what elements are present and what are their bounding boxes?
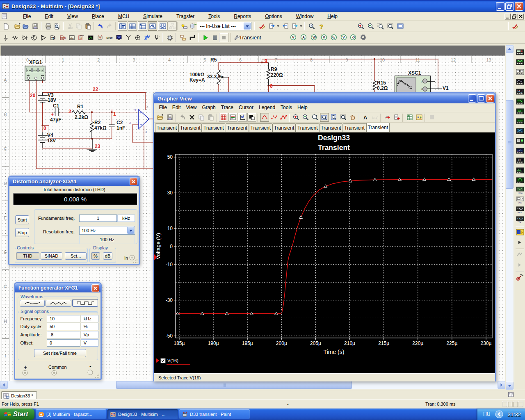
cut-button[interactable]: [65, 21, 75, 31]
paste-button[interactable]: [83, 21, 93, 31]
postprocessor-button[interactable]: [158, 21, 167, 31]
window-split-icon[interactable]: [508, 392, 514, 399]
menu-view[interactable]: View: [60, 13, 85, 20]
xfg-title-bar[interactable]: Function generator-XFG1: [15, 283, 100, 292]
menu-simulate[interactable]: Simulate: [136, 13, 169, 20]
restore-button[interactable]: [505, 2, 514, 11]
grapher-menu-edit[interactable]: Edit: [169, 104, 183, 112]
grapher-maximize-button[interactable]: [477, 94, 485, 103]
xfg-sine-button[interactable]: [20, 300, 45, 307]
grapher-paste-button[interactable]: [206, 113, 215, 122]
logic-analyzer-button[interactable]: [516, 127, 524, 135]
grapher-tab-7[interactable]: Transient: [296, 123, 319, 132]
probe-w-button[interactable]: W: [309, 33, 318, 42]
grapher-export-data-button[interactable]: [393, 113, 402, 122]
scroll-left-button[interactable]: [0, 381, 8, 389]
grapher-menu-trace[interactable]: Trace: [218, 104, 236, 112]
xda-sinad-button[interactable]: SINAD: [41, 252, 62, 260]
grapher-save-button[interactable]: [165, 113, 174, 122]
zoom-out-button[interactable]: [366, 21, 375, 31]
indicator-button[interactable]: [86, 33, 95, 42]
xda-set-button[interactable]: Set...: [65, 252, 87, 260]
rf-button[interactable]: [123, 33, 133, 42]
xfg-row-input[interactable]: 50: [47, 323, 80, 330]
xfg-common-terminal[interactable]: [51, 370, 57, 376]
xda-fundamental-input[interactable]: 1: [79, 215, 117, 222]
four-channel-oscilloscope-button[interactable]: [516, 88, 524, 96]
zoom-fit-button[interactable]: [386, 21, 395, 31]
xfg-minus-terminal[interactable]: [87, 370, 94, 376]
source-button[interactable]: [1, 33, 10, 42]
probe-vminus-button[interactable]: -V: [339, 33, 348, 42]
grapher-overlay-traces-button[interactable]: [383, 113, 392, 122]
vertical-scrollbar[interactable]: [506, 45, 514, 390]
grapher-trace-line-button[interactable]: [260, 113, 269, 122]
misc-digital-button[interactable]: dig: [67, 33, 76, 42]
current-probe-button[interactable]: [516, 274, 524, 282]
agilent-oscilloscope-button[interactable]: *AG: [516, 206, 524, 214]
grapher-menu-legend[interactable]: Legend: [256, 104, 278, 112]
menu-reports[interactable]: Reports: [227, 13, 258, 20]
menu-mcu[interactable]: MCU: [111, 13, 136, 20]
zoom-in-button[interactable]: [356, 21, 365, 31]
grapher-open-file-button[interactable]: [156, 113, 165, 122]
find-button[interactable]: ?: [307, 21, 316, 31]
multimeter-button[interactable]: [516, 48, 524, 57]
save-button[interactable]: [30, 21, 40, 31]
grapher-menu-graph[interactable]: Graph: [199, 104, 218, 112]
mcu-button[interactable]: [165, 33, 174, 42]
vscroll-thumb[interactable]: [506, 100, 514, 189]
grapher-tab-4[interactable]: Transient: [226, 123, 249, 132]
undo-button[interactable]: [95, 21, 105, 31]
menu-options[interactable]: Options: [258, 13, 289, 20]
grapher-legend-toggle-button[interactable]: [228, 113, 237, 122]
spectrum-analyzer-button[interactable]: [516, 167, 524, 175]
xda-title-bar[interactable]: Distortion analyzer-XDA1: [9, 177, 139, 186]
xda-db-button[interactable]: dB: [103, 252, 112, 260]
sheet-tab-design33[interactable]: Design33 *: [1, 391, 37, 399]
connector-button[interactable]: [152, 33, 161, 42]
grapher-delete-button[interactable]: [187, 113, 196, 122]
grapher-title-bar[interactable]: Grapher View: [154, 94, 495, 103]
function-generator-button[interactable]: [516, 58, 524, 66]
erc-check2-button[interactable]: [510, 21, 520, 31]
xfg-close-button[interactable]: [91, 284, 99, 292]
cmos-button[interactable]: CMOS: [57, 33, 67, 42]
agilent-multimeter-button[interactable]: :AG: [516, 196, 524, 204]
grapher-zoom-y-button[interactable]: [329, 113, 338, 122]
taskbar-task-2[interactable]: Design33 - Multisim - ...: [107, 409, 178, 419]
play-button[interactable]: [201, 33, 210, 42]
design-toolbox-button[interactable]: [118, 21, 127, 31]
grapher-zoom-in-button[interactable]: [292, 113, 301, 122]
probe-v-button[interactable]: V: [288, 33, 298, 42]
grapher-grid-button[interactable]: [219, 113, 228, 122]
scroll-right-button[interactable]: [498, 381, 505, 389]
xda-close-button[interactable]: [130, 178, 137, 185]
xda-stop-button[interactable]: Stop: [15, 228, 29, 237]
bus-button[interactable]: [187, 33, 197, 42]
probe-vplus-button[interactable]: +V: [319, 33, 329, 42]
iv-analyzer-button[interactable]: [516, 147, 524, 155]
hide-icons-chevron[interactable]: [495, 410, 503, 418]
grapher-excel-export-button[interactable]: [405, 113, 414, 122]
wattmeter-button[interactable]: [516, 68, 524, 76]
grapher-snapshot-button[interactable]: [427, 113, 436, 122]
new-document-button[interactable]: [1, 21, 11, 31]
grapher-view-button[interactable]: [148, 21, 157, 31]
xfg-row-input[interactable]: 0: [47, 339, 80, 347]
probe-settings-button[interactable]: [358, 33, 368, 42]
horizontal-scrollbar[interactable]: [0, 381, 505, 389]
mdi-close-button[interactable]: [518, 14, 524, 19]
hier-block-button[interactable]: [178, 33, 187, 42]
scroll-down-button[interactable]: [506, 382, 514, 390]
grapher-tab-9[interactable]: Transient: [343, 123, 366, 132]
dropdown-arrow-icon[interactable]: [300, 25, 302, 28]
mixed-button[interactable]: d: [76, 33, 86, 42]
mdi-restore-button[interactable]: [511, 14, 517, 19]
grapher-minimize-button[interactable]: [468, 94, 476, 103]
basic-button[interactable]: [10, 33, 20, 42]
grapher-trace-dots-button[interactable]: [269, 113, 278, 122]
grapher-zoom-restore-button[interactable]: [310, 113, 320, 122]
grapher-axes-properties-button[interactable]: [238, 113, 247, 122]
open-sample-button[interactable]: [21, 21, 30, 31]
